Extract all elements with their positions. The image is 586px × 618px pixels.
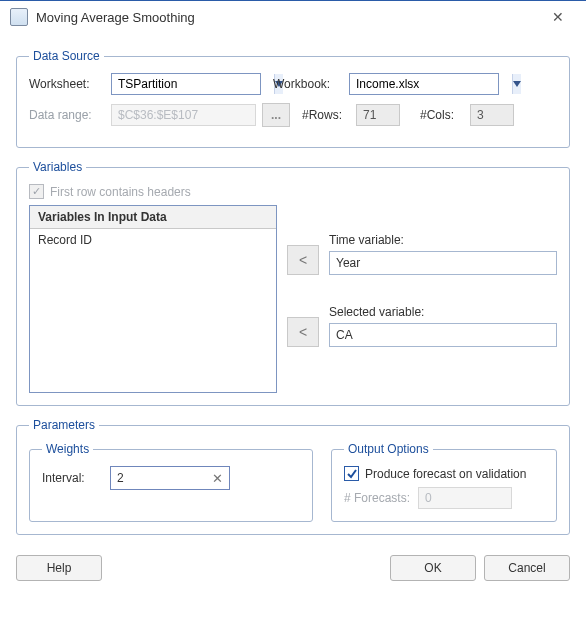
move-selected-variable-button[interactable]: < bbox=[287, 317, 319, 347]
produce-forecast-label: Produce forecast on validation bbox=[365, 467, 526, 481]
worksheet-combo[interactable] bbox=[111, 73, 261, 95]
selected-variable-stack: Selected variable: CA bbox=[329, 305, 557, 347]
weights-legend: Weights bbox=[42, 442, 93, 456]
target-variables-panel: < Time variable: Year < Selected variabl… bbox=[287, 205, 557, 393]
time-variable-row: < Time variable: Year bbox=[287, 233, 557, 275]
datarange-value: $C$36:$E$107 bbox=[111, 104, 256, 126]
chevron-left-icon: < bbox=[299, 324, 307, 340]
footer-spacer bbox=[102, 555, 390, 581]
selected-variable-row: < Selected variable: CA bbox=[287, 305, 557, 347]
dialog-window: Moving Average Smoothing ✕ Data Source W… bbox=[0, 0, 586, 595]
titlebar: Moving Average Smoothing ✕ bbox=[0, 1, 586, 33]
close-icon: ✕ bbox=[552, 9, 564, 25]
datarange-row: Data range: $C$36:$E$107 ... #Rows: 71 #… bbox=[29, 103, 557, 127]
workbook-caret[interactable] bbox=[512, 74, 521, 94]
rows-label: #Rows: bbox=[302, 108, 350, 122]
interval-row: Interval: 2 ✕ bbox=[42, 466, 300, 490]
interval-label: Interval: bbox=[42, 471, 102, 485]
worksheet-row: Worksheet: Workbook: bbox=[29, 73, 557, 95]
first-row-headers-checkbox: ✓ First row contains headers bbox=[29, 184, 557, 199]
input-variables-list[interactable]: Variables In Input Data Record ID bbox=[29, 205, 277, 393]
selected-variable-value[interactable]: CA bbox=[329, 323, 557, 347]
dialog-title: Moving Average Smoothing bbox=[36, 10, 540, 25]
interval-value: 2 bbox=[117, 471, 124, 485]
output-options-group: Output Options Produce forecast on valid… bbox=[331, 442, 557, 522]
cols-value: 3 bbox=[470, 104, 514, 126]
ok-button[interactable]: OK bbox=[390, 555, 476, 581]
workbook-label: Workbook: bbox=[273, 77, 343, 91]
dialog-footer: Help OK Cancel bbox=[16, 547, 570, 581]
clear-icon[interactable]: ✕ bbox=[212, 472, 223, 485]
workbook-combo[interactable] bbox=[349, 73, 499, 95]
dialog-content: Data Source Worksheet: Workbook: bbox=[0, 33, 586, 595]
worksheet-input[interactable] bbox=[112, 74, 274, 94]
data-source-legend: Data Source bbox=[29, 49, 104, 63]
variables-group: Variables ✓ First row contains headers V… bbox=[16, 160, 570, 406]
time-variable-label: Time variable: bbox=[329, 233, 557, 247]
chevron-left-icon: < bbox=[299, 252, 307, 268]
time-variable-stack: Time variable: Year bbox=[329, 233, 557, 275]
close-button[interactable]: ✕ bbox=[540, 5, 576, 29]
time-variable-value[interactable]: Year bbox=[329, 251, 557, 275]
checkmark-icon bbox=[347, 469, 357, 479]
list-item[interactable]: Record ID bbox=[30, 229, 276, 251]
selected-variable-label: Selected variable: bbox=[329, 305, 557, 319]
parameters-legend: Parameters bbox=[29, 418, 99, 432]
help-button[interactable]: Help bbox=[16, 555, 102, 581]
datarange-label: Data range: bbox=[29, 108, 105, 122]
interval-input[interactable]: 2 ✕ bbox=[110, 466, 230, 490]
workbook-input[interactable] bbox=[350, 74, 512, 94]
datarange-browse-button[interactable]: ... bbox=[262, 103, 290, 127]
variables-grid: Variables In Input Data Record ID < Time… bbox=[29, 205, 557, 393]
app-icon bbox=[10, 8, 28, 26]
cols-label: #Cols: bbox=[420, 108, 464, 122]
forecasts-label: # Forecasts: bbox=[344, 491, 410, 505]
cancel-button[interactable]: Cancel bbox=[484, 555, 570, 581]
forecasts-row: # Forecasts: 0 bbox=[344, 487, 544, 509]
ellipsis-icon: ... bbox=[271, 108, 281, 122]
variables-legend: Variables bbox=[29, 160, 86, 174]
output-options-legend: Output Options bbox=[344, 442, 433, 456]
weights-group: Weights Interval: 2 ✕ bbox=[29, 442, 313, 522]
produce-forecast-row: Produce forecast on validation bbox=[344, 466, 544, 481]
move-time-variable-button[interactable]: < bbox=[287, 245, 319, 275]
checkbox-disabled-icon: ✓ bbox=[29, 184, 44, 199]
worksheet-label: Worksheet: bbox=[29, 77, 105, 91]
forecasts-value: 0 bbox=[418, 487, 512, 509]
parameters-group: Parameters Weights Interval: 2 ✕ Output … bbox=[16, 418, 570, 535]
rows-value: 71 bbox=[356, 104, 400, 126]
data-source-group: Data Source Worksheet: Workbook: bbox=[16, 49, 570, 148]
chevron-down-icon bbox=[513, 81, 521, 87]
parameters-inner: Weights Interval: 2 ✕ Output Options bbox=[29, 442, 557, 522]
input-variables-header: Variables In Input Data bbox=[30, 206, 276, 229]
first-row-headers-label: First row contains headers bbox=[50, 185, 191, 199]
produce-forecast-checkbox[interactable] bbox=[344, 466, 359, 481]
